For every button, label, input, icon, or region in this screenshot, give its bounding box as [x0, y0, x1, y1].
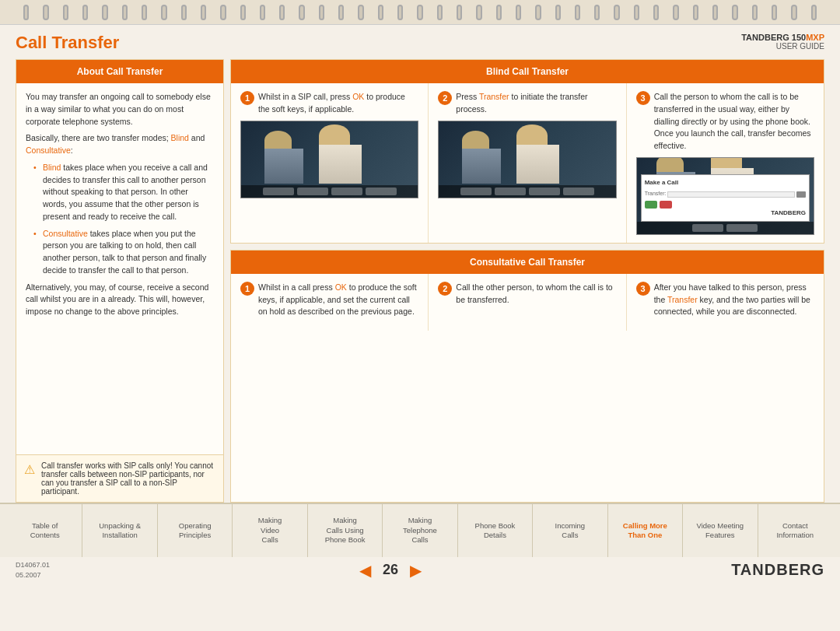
- spiral-hole: [260, 5, 265, 20]
- spiral-hole: [732, 5, 737, 20]
- spiral-hole: [23, 5, 29, 20]
- consultative-section-header: Consultative Call Transfer: [231, 251, 824, 274]
- spiral-hole: [82, 5, 88, 20]
- blind-term: Blind: [43, 163, 61, 172]
- spiral-hole: [358, 5, 363, 20]
- spiral-hole: [299, 5, 304, 20]
- product-info: TANDBERG 150MXP USER GUIDE: [741, 33, 824, 51]
- nav-calling-more[interactable]: Calling MoreThan One: [608, 504, 683, 557]
- blind-video-3: 11:28 2295507 Connected alice.wonderland…: [636, 157, 814, 235]
- spiral-hole: [791, 5, 796, 20]
- prev-page-button[interactable]: ◀: [359, 561, 371, 580]
- warning-icon: ⚠: [24, 462, 35, 477]
- spiral-hole: [220, 5, 226, 20]
- right-panel: Blind Call Transfer 1 Whilst in a SIP ca…: [230, 59, 824, 503]
- spiral-hole: [181, 5, 187, 20]
- spiral-hole: [378, 5, 383, 20]
- spiral-hole: [417, 5, 422, 20]
- consultative-step1-text: Whilst in a call press OK to produce the…: [258, 282, 418, 318]
- main-content: About Call Transfer You may transfer an …: [16, 59, 824, 503]
- nav-unpacking[interactable]: Unpacking &Installation: [82, 504, 157, 557]
- nav-calls-phone-book[interactable]: MakingCalls UsingPhone Book: [308, 504, 383, 557]
- page-footer: D14067.01 05.2007 ◀ 26 ▶ TANDBERG: [0, 557, 840, 583]
- blind-step1-text: Whilst in a SIP call, press OK to produc…: [258, 91, 418, 116]
- nav-video-calls[interactable]: MakingVideoCalls: [233, 504, 307, 557]
- spiral-hole: [122, 5, 128, 20]
- left-panel: About Call Transfer You may transfer an …: [16, 59, 224, 503]
- consultative-step-1: 1 Whilst in a call press OK to produce t…: [231, 274, 429, 331]
- spiral-hole: [43, 5, 48, 20]
- step-number-2: 2: [438, 91, 452, 105]
- nav-incoming-calls[interactable]: IncomingCalls: [533, 504, 607, 557]
- list-item-blind: Blind takes place when you receive a cal…: [33, 162, 214, 223]
- nav-contact-info[interactable]: ContactInformation: [758, 504, 832, 557]
- page-header: Call Transfer TANDBERG 150MXP USER GUIDE: [16, 33, 824, 53]
- spiral-hole: [240, 5, 246, 20]
- doc-number: D14067.01: [16, 560, 50, 570]
- nav-telephone-calls[interactable]: MakingTelephoneCalls: [383, 504, 457, 557]
- step-number-c1: 1: [240, 282, 254, 296]
- consultative-term: Consultative: [43, 229, 88, 238]
- intro-para-2: Basically, there are two transfer modes;…: [26, 132, 214, 157]
- spiral-hole: [338, 5, 344, 20]
- blind-step3-text: Call the person to whom the call is to b…: [654, 91, 814, 152]
- nav-video-meeting[interactable]: Video MeetingFeatures: [683, 504, 758, 557]
- blind-video-1: 11:28 2295507 Connected alice.wonderland…: [240, 121, 418, 198]
- warning-box: ⚠ Call transfer works with SIP calls onl…: [16, 454, 223, 502]
- warning-text: Call transfer works with SIP calls only!…: [41, 461, 215, 496]
- page-number: 26: [383, 562, 398, 578]
- blind-step2-text: Press Transfer to initiate the transfer …: [456, 91, 616, 116]
- blind-step-1: 1 Whilst in a SIP call, press OK to prod…: [231, 83, 429, 243]
- make-call-overlay: Make a Call Transfer:: [641, 174, 810, 222]
- spiral-hole: [142, 5, 147, 20]
- spiral-hole: [476, 5, 481, 20]
- spiral-hole: [397, 5, 403, 20]
- blind-section: Blind Call Transfer 1 Whilst in a SIP ca…: [230, 59, 824, 244]
- intro-para-1: You may transfer an ongoing call to some…: [26, 91, 214, 128]
- spiral-hole: [279, 5, 285, 20]
- spiral-hole: [653, 5, 659, 20]
- spiral-hole: [437, 5, 443, 20]
- page-title: Call Transfer: [16, 33, 119, 53]
- consultative-section-body: 1 Whilst in a call press OK to produce t…: [231, 274, 824, 331]
- nav-table-of-contents[interactable]: Table ofContents: [8, 504, 82, 557]
- outro-para: Alternatively, you may, of course, recei…: [26, 282, 214, 318]
- nav-operating[interactable]: OperatingPrinciples: [158, 504, 233, 557]
- spiral-hole: [63, 5, 68, 20]
- left-panel-header: About Call Transfer: [16, 60, 223, 83]
- spiral-hole: [712, 5, 718, 20]
- blind-video-2: 11:28 2295507 Connected alice.wonderland…: [438, 121, 616, 198]
- next-page-button[interactable]: ▶: [410, 561, 422, 580]
- step-number-c3: 3: [636, 282, 650, 296]
- consultative-label: Consultative: [26, 145, 71, 155]
- nav-phone-book-details[interactable]: Phone BookDetails: [458, 504, 533, 557]
- step-number-c2: 2: [438, 282, 452, 296]
- footer-doc-info: D14067.01 05.2007: [16, 560, 50, 580]
- consultative-step2-text: Call the other person, to whom the call …: [456, 282, 616, 307]
- spiral-hole: [496, 5, 502, 20]
- spiral-hole: [693, 5, 698, 20]
- footer-navigation: ◀ 26 ▶: [359, 561, 422, 580]
- spiral-hole: [575, 5, 580, 20]
- spiral-hole: [102, 5, 107, 20]
- tandberg-brand: TANDBERG: [731, 561, 824, 579]
- consultative-step3-text: After you have talked to this person, pr…: [654, 282, 814, 318]
- spiral-hole: [673, 5, 678, 20]
- spiral-hole: [634, 5, 639, 20]
- blind-section-body: 1 Whilst in a SIP call, press OK to prod…: [231, 83, 824, 243]
- consultative-step-3: 3 After you have talked to this person, …: [627, 274, 824, 331]
- list-item-consultative: Consultative takes place when you put th…: [33, 228, 214, 277]
- spiral-hole: [161, 5, 166, 20]
- user-guide-label: USER GUIDE: [741, 42, 824, 51]
- left-panel-body: You may transfer an ongoing call to some…: [16, 83, 223, 454]
- spiral-hole: [535, 5, 541, 20]
- spiral-binding: [0, 0, 840, 25]
- blind-step-2: 2 Press Transfer to initiate the transfe…: [429, 83, 626, 243]
- transfer-modes-list: Blind takes place when you receive a cal…: [33, 162, 214, 277]
- spiral-hole: [614, 5, 619, 20]
- spiral-hole: [752, 5, 758, 20]
- spiral-hole: [772, 5, 777, 20]
- blind-step-3: 3 Call the person to whom the call is to…: [627, 83, 824, 243]
- spiral-hole: [201, 5, 206, 20]
- step-number-3: 3: [636, 91, 650, 105]
